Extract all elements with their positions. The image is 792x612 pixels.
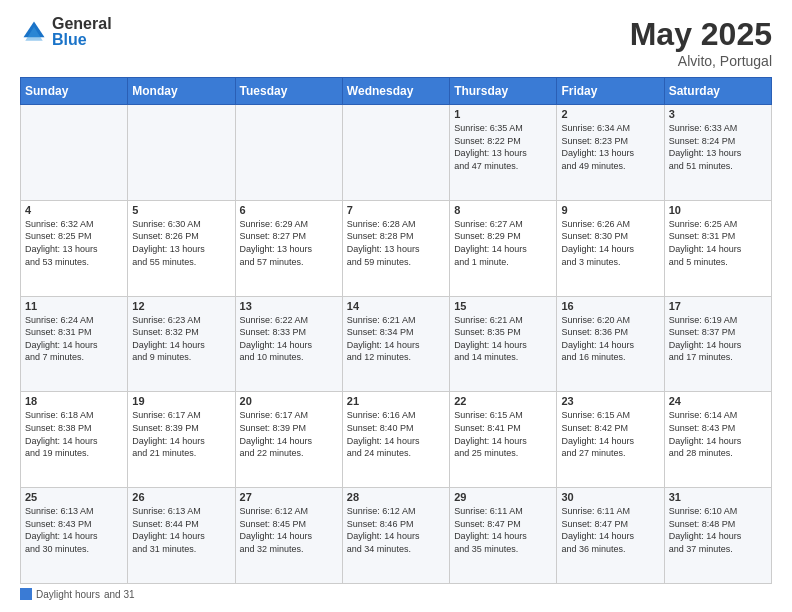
day-cell: 9Sunrise: 6:26 AM Sunset: 8:30 PM Daylig…	[557, 200, 664, 296]
header: General Blue May 2025 Alvito, Portugal	[20, 16, 772, 69]
day-cell: 13Sunrise: 6:22 AM Sunset: 8:33 PM Dayli…	[235, 296, 342, 392]
day-cell: 2Sunrise: 6:34 AM Sunset: 8:23 PM Daylig…	[557, 105, 664, 201]
day-info: Sunrise: 6:32 AM Sunset: 8:25 PM Dayligh…	[25, 218, 123, 268]
day-number: 15	[454, 300, 552, 312]
day-number: 12	[132, 300, 230, 312]
footer: Daylight hours and 31	[20, 588, 772, 600]
weekday-header-friday: Friday	[557, 78, 664, 105]
day-cell	[21, 105, 128, 201]
day-cell: 21Sunrise: 6:16 AM Sunset: 8:40 PM Dayli…	[342, 392, 449, 488]
day-cell	[128, 105, 235, 201]
day-cell: 26Sunrise: 6:13 AM Sunset: 8:44 PM Dayli…	[128, 488, 235, 584]
weekday-row: SundayMondayTuesdayWednesdayThursdayFrid…	[21, 78, 772, 105]
day-info: Sunrise: 6:35 AM Sunset: 8:22 PM Dayligh…	[454, 122, 552, 172]
day-info: Sunrise: 6:30 AM Sunset: 8:26 PM Dayligh…	[132, 218, 230, 268]
day-cell: 10Sunrise: 6:25 AM Sunset: 8:31 PM Dayli…	[664, 200, 771, 296]
day-info: Sunrise: 6:27 AM Sunset: 8:29 PM Dayligh…	[454, 218, 552, 268]
day-cell: 18Sunrise: 6:18 AM Sunset: 8:38 PM Dayli…	[21, 392, 128, 488]
day-number: 10	[669, 204, 767, 216]
day-cell: 11Sunrise: 6:24 AM Sunset: 8:31 PM Dayli…	[21, 296, 128, 392]
day-cell	[342, 105, 449, 201]
day-info: Sunrise: 6:25 AM Sunset: 8:31 PM Dayligh…	[669, 218, 767, 268]
weekday-header-tuesday: Tuesday	[235, 78, 342, 105]
day-cell: 5Sunrise: 6:30 AM Sunset: 8:26 PM Daylig…	[128, 200, 235, 296]
day-info: Sunrise: 6:21 AM Sunset: 8:34 PM Dayligh…	[347, 314, 445, 364]
logo-general-label: General	[52, 16, 112, 32]
day-info: Sunrise: 6:33 AM Sunset: 8:24 PM Dayligh…	[669, 122, 767, 172]
weekday-header-monday: Monday	[128, 78, 235, 105]
day-info: Sunrise: 6:17 AM Sunset: 8:39 PM Dayligh…	[240, 409, 338, 459]
week-row-2: 4Sunrise: 6:32 AM Sunset: 8:25 PM Daylig…	[21, 200, 772, 296]
logo-icon	[20, 18, 48, 46]
day-info: Sunrise: 6:15 AM Sunset: 8:42 PM Dayligh…	[561, 409, 659, 459]
day-number: 22	[454, 395, 552, 407]
day-info: Sunrise: 6:15 AM Sunset: 8:41 PM Dayligh…	[454, 409, 552, 459]
weekday-header-wednesday: Wednesday	[342, 78, 449, 105]
title-block: May 2025 Alvito, Portugal	[630, 16, 772, 69]
day-number: 3	[669, 108, 767, 120]
day-info: Sunrise: 6:12 AM Sunset: 8:45 PM Dayligh…	[240, 505, 338, 555]
day-cell: 28Sunrise: 6:12 AM Sunset: 8:46 PM Dayli…	[342, 488, 449, 584]
day-number: 30	[561, 491, 659, 503]
day-cell: 17Sunrise: 6:19 AM Sunset: 8:37 PM Dayli…	[664, 296, 771, 392]
day-number: 11	[25, 300, 123, 312]
day-cell: 19Sunrise: 6:17 AM Sunset: 8:39 PM Dayli…	[128, 392, 235, 488]
day-info: Sunrise: 6:10 AM Sunset: 8:48 PM Dayligh…	[669, 505, 767, 555]
weekday-header-saturday: Saturday	[664, 78, 771, 105]
day-number: 20	[240, 395, 338, 407]
day-info: Sunrise: 6:13 AM Sunset: 8:43 PM Dayligh…	[25, 505, 123, 555]
day-cell: 22Sunrise: 6:15 AM Sunset: 8:41 PM Dayli…	[450, 392, 557, 488]
week-row-5: 25Sunrise: 6:13 AM Sunset: 8:43 PM Dayli…	[21, 488, 772, 584]
day-info: Sunrise: 6:23 AM Sunset: 8:32 PM Dayligh…	[132, 314, 230, 364]
calendar-body: 1Sunrise: 6:35 AM Sunset: 8:22 PM Daylig…	[21, 105, 772, 584]
page: General Blue May 2025 Alvito, Portugal S…	[0, 0, 792, 612]
title-location: Alvito, Portugal	[630, 53, 772, 69]
day-number: 25	[25, 491, 123, 503]
day-cell: 6Sunrise: 6:29 AM Sunset: 8:27 PM Daylig…	[235, 200, 342, 296]
day-number: 28	[347, 491, 445, 503]
day-info: Sunrise: 6:11 AM Sunset: 8:47 PM Dayligh…	[561, 505, 659, 555]
day-cell: 16Sunrise: 6:20 AM Sunset: 8:36 PM Dayli…	[557, 296, 664, 392]
day-cell: 1Sunrise: 6:35 AM Sunset: 8:22 PM Daylig…	[450, 105, 557, 201]
day-number: 24	[669, 395, 767, 407]
day-number: 18	[25, 395, 123, 407]
day-info: Sunrise: 6:11 AM Sunset: 8:47 PM Dayligh…	[454, 505, 552, 555]
day-number: 29	[454, 491, 552, 503]
day-number: 4	[25, 204, 123, 216]
day-number: 1	[454, 108, 552, 120]
day-info: Sunrise: 6:20 AM Sunset: 8:36 PM Dayligh…	[561, 314, 659, 364]
day-cell: 8Sunrise: 6:27 AM Sunset: 8:29 PM Daylig…	[450, 200, 557, 296]
day-info: Sunrise: 6:28 AM Sunset: 8:28 PM Dayligh…	[347, 218, 445, 268]
day-cell: 15Sunrise: 6:21 AM Sunset: 8:35 PM Dayli…	[450, 296, 557, 392]
day-info: Sunrise: 6:26 AM Sunset: 8:30 PM Dayligh…	[561, 218, 659, 268]
day-cell	[235, 105, 342, 201]
weekday-header-sunday: Sunday	[21, 78, 128, 105]
day-number: 2	[561, 108, 659, 120]
day-number: 17	[669, 300, 767, 312]
day-number: 23	[561, 395, 659, 407]
day-cell: 14Sunrise: 6:21 AM Sunset: 8:34 PM Dayli…	[342, 296, 449, 392]
day-cell: 23Sunrise: 6:15 AM Sunset: 8:42 PM Dayli…	[557, 392, 664, 488]
day-cell: 29Sunrise: 6:11 AM Sunset: 8:47 PM Dayli…	[450, 488, 557, 584]
footer-label2: and 31	[104, 589, 135, 600]
day-number: 13	[240, 300, 338, 312]
weekday-header-thursday: Thursday	[450, 78, 557, 105]
day-number: 21	[347, 395, 445, 407]
day-info: Sunrise: 6:19 AM Sunset: 8:37 PM Dayligh…	[669, 314, 767, 364]
week-row-1: 1Sunrise: 6:35 AM Sunset: 8:22 PM Daylig…	[21, 105, 772, 201]
logo-text: General Blue	[52, 16, 112, 48]
day-cell: 20Sunrise: 6:17 AM Sunset: 8:39 PM Dayli…	[235, 392, 342, 488]
day-info: Sunrise: 6:34 AM Sunset: 8:23 PM Dayligh…	[561, 122, 659, 172]
day-cell: 25Sunrise: 6:13 AM Sunset: 8:43 PM Dayli…	[21, 488, 128, 584]
footer-label1: Daylight hours	[36, 589, 100, 600]
day-cell: 12Sunrise: 6:23 AM Sunset: 8:32 PM Dayli…	[128, 296, 235, 392]
week-row-3: 11Sunrise: 6:24 AM Sunset: 8:31 PM Dayli…	[21, 296, 772, 392]
day-number: 14	[347, 300, 445, 312]
day-info: Sunrise: 6:21 AM Sunset: 8:35 PM Dayligh…	[454, 314, 552, 364]
day-cell: 4Sunrise: 6:32 AM Sunset: 8:25 PM Daylig…	[21, 200, 128, 296]
day-info: Sunrise: 6:17 AM Sunset: 8:39 PM Dayligh…	[132, 409, 230, 459]
day-cell: 30Sunrise: 6:11 AM Sunset: 8:47 PM Dayli…	[557, 488, 664, 584]
day-number: 6	[240, 204, 338, 216]
day-cell: 7Sunrise: 6:28 AM Sunset: 8:28 PM Daylig…	[342, 200, 449, 296]
day-info: Sunrise: 6:12 AM Sunset: 8:46 PM Dayligh…	[347, 505, 445, 555]
